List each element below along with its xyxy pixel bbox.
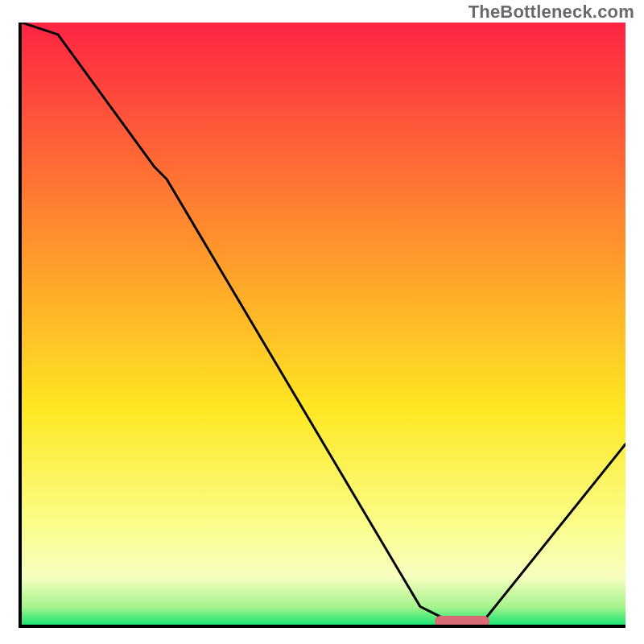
optimal-marker (435, 616, 489, 627)
plot-svg (22, 23, 625, 625)
watermark-text: TheBottleneck.com (469, 2, 634, 23)
gradient-rect (22, 23, 625, 625)
chart-container: TheBottleneck.com (0, 0, 644, 644)
plot-area (19, 23, 625, 628)
